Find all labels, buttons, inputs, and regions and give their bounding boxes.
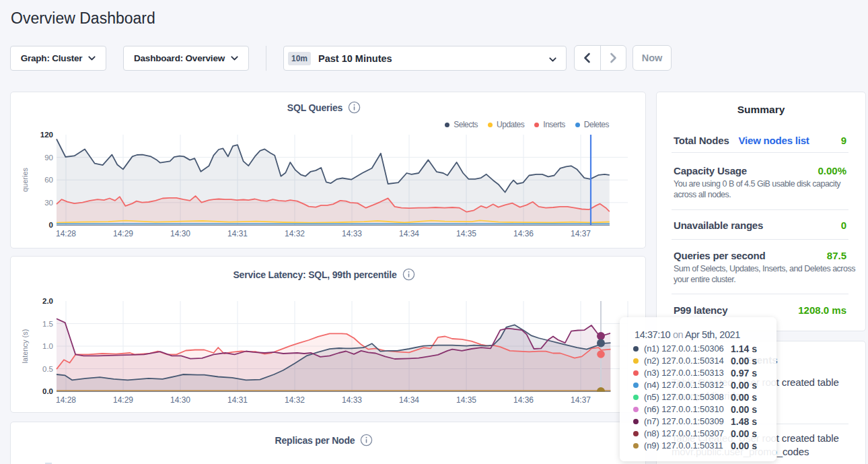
svg-text:latency (s): latency (s) — [21, 329, 29, 364]
svg-text:14:31: 14:31 — [227, 395, 248, 405]
svg-text:0: 0 — [49, 221, 53, 229]
svg-text:14:36: 14:36 — [513, 229, 534, 238]
svg-text:14:28: 14:28 — [56, 395, 76, 405]
svg-text:1.5: 1.5 — [42, 320, 53, 328]
svg-text:14:35: 14:35 — [456, 395, 476, 405]
svg-text:1.0: 1.0 — [42, 342, 53, 350]
svg-text:0.0: 0.0 — [42, 387, 53, 395]
svg-text:2.0: 2.0 — [42, 297, 53, 305]
svg-text:14:37: 14:37 — [571, 395, 591, 405]
svg-text:0.5: 0.5 — [42, 365, 53, 373]
svg-text:14:29: 14:29 — [113, 229, 133, 238]
svg-text:14:34: 14:34 — [399, 395, 419, 405]
svg-text:14:34: 14:34 — [399, 229, 419, 238]
svg-text:14:31: 14:31 — [227, 229, 248, 238]
svg-text:14:30: 14:30 — [170, 395, 190, 405]
svg-text:14:32: 14:32 — [285, 395, 305, 405]
svg-text:60: 60 — [44, 176, 53, 184]
svg-text:14:28: 14:28 — [56, 229, 76, 238]
svg-text:14:32: 14:32 — [285, 229, 305, 238]
svg-text:14:29: 14:29 — [113, 395, 133, 405]
svg-text:14:35: 14:35 — [456, 229, 476, 238]
svg-text:14:36: 14:36 — [513, 395, 534, 405]
svg-text:120: 120 — [40, 131, 53, 139]
svg-text:queries: queries — [21, 167, 29, 192]
svg-text:14:33: 14:33 — [342, 395, 362, 405]
svg-text:90: 90 — [44, 154, 53, 162]
svg-text:30: 30 — [44, 199, 53, 207]
svg-text:14:30: 14:30 — [170, 229, 190, 238]
svg-text:14:37: 14:37 — [571, 229, 591, 238]
svg-text:14:33: 14:33 — [342, 229, 362, 238]
